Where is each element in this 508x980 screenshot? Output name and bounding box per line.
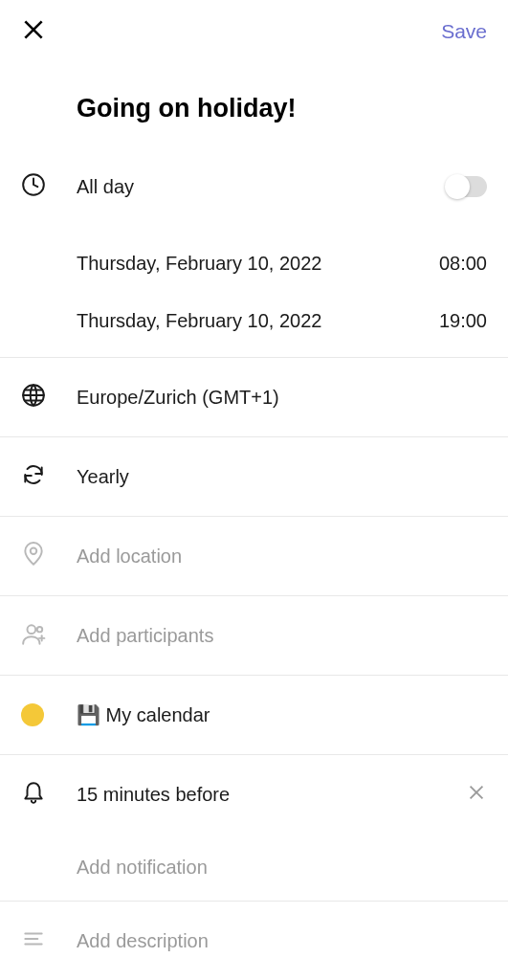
start-datetime-row[interactable]: Thursday, February 10, 2022 08:00 xyxy=(0,234,508,292)
recurrence-value: Yearly xyxy=(77,466,487,488)
recurrence-row[interactable]: Yearly xyxy=(0,437,508,516)
participants-icon xyxy=(21,621,46,650)
event-title-row[interactable]: Going on holiday! xyxy=(0,63,508,146)
clock-icon xyxy=(21,172,46,201)
all-day-toggle[interactable] xyxy=(447,176,487,197)
start-date: Thursday, February 10, 2022 xyxy=(77,253,439,275)
location-placeholder: Add location xyxy=(77,546,487,568)
bell-icon xyxy=(21,780,46,809)
end-datetime-row[interactable]: Thursday, February 10, 2022 19:00 xyxy=(0,292,508,349)
svg-point-5 xyxy=(28,625,36,634)
calendar-row[interactable]: 💾 My calendar xyxy=(0,676,508,754)
close-icon[interactable] xyxy=(21,17,46,46)
calendar-color-icon xyxy=(21,703,44,726)
svg-point-6 xyxy=(37,627,42,632)
location-row[interactable]: Add location xyxy=(0,517,508,595)
location-icon xyxy=(21,542,46,570)
description-row[interactable]: Add description xyxy=(0,902,508,980)
timezone-value: Europe/Zurich (GMT+1) xyxy=(77,387,487,409)
event-title: Going on holiday! xyxy=(77,94,487,123)
notification-value: 15 minutes before xyxy=(77,784,466,806)
description-placeholder: Add description xyxy=(77,930,487,952)
participants-row[interactable]: Add participants xyxy=(0,596,508,675)
participants-placeholder: Add participants xyxy=(77,625,487,647)
remove-notification-icon[interactable] xyxy=(466,790,487,806)
timezone-row[interactable]: Europe/Zurich (GMT+1) xyxy=(0,358,508,436)
description-icon xyxy=(21,926,46,955)
notification-row[interactable]: 15 minutes before xyxy=(0,755,508,834)
calendar-name: 💾 My calendar xyxy=(77,703,487,726)
svg-point-4 xyxy=(31,548,37,555)
globe-icon xyxy=(21,383,46,412)
end-time: 19:00 xyxy=(439,310,487,332)
add-notification-label: Add notification xyxy=(77,857,487,879)
start-time: 08:00 xyxy=(439,253,487,275)
end-date: Thursday, February 10, 2022 xyxy=(77,310,439,332)
repeat-icon xyxy=(21,462,46,491)
add-notification-row[interactable]: Add notification xyxy=(0,834,508,901)
save-button[interactable]: Save xyxy=(441,20,487,43)
all-day-label: All day xyxy=(77,176,447,198)
